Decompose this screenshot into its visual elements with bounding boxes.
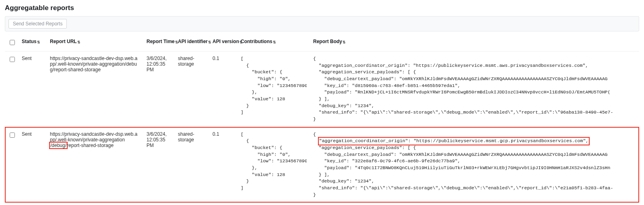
send-selected-button[interactable]: Send Selected Reports (8, 19, 67, 29)
sort-icon: ⇅ (208, 41, 211, 44)
sort-icon: ⇅ (343, 41, 346, 44)
col-api-identifier[interactable]: API identifier⇅ (175, 35, 209, 52)
reports-table: Status⇅ Report URL⇅ Report Time⇅ API ide… (5, 35, 639, 203)
report-body-cell: { "aggregation_coordinator_origin": "htt… (310, 127, 639, 203)
body-highlight: "aggregation_coordinator_origin": "https… (319, 138, 589, 145)
col-api-version[interactable]: API version⇅ (209, 35, 237, 52)
table-header-row: Status⇅ Report URL⇅ Report Time⇅ API ide… (5, 35, 639, 52)
table-row: Senthttps://privacy-sandcastle-dev-dsp.w… (5, 52, 639, 127)
col-checkbox (5, 35, 19, 52)
col-contrib-label: Contributions (241, 39, 272, 44)
col-time-label: Report Time (147, 39, 175, 44)
report-url-cell: https://privacy-sandcastle-dev-dsp.web.a… (47, 127, 143, 203)
sort-icon: ⇅ (175, 41, 178, 44)
api-version-cell: 0.1 (209, 127, 237, 203)
report-time-cell: 3/6/2024, 12:05:35 PM (143, 127, 175, 203)
col-status-label: Status (22, 39, 37, 44)
col-contributions[interactable]: Contributions⇅ (237, 35, 310, 52)
api-identifier-cell: shared-storage (175, 127, 209, 203)
contributions-cell: [ { "bucket": { "high": "0", "low": "123… (237, 127, 310, 203)
toolbar: Send Selected Reports (5, 16, 639, 31)
url-highlight: /debug/ (50, 143, 67, 148)
report-body-cell: { "aggregation_coordinator_origin": "htt… (310, 52, 639, 127)
sort-icon: ⇅ (77, 41, 80, 44)
table-row: Senthttps://privacy-sandcastle-dev-dsp.w… (5, 127, 639, 203)
row-checkbox[interactable] (10, 133, 15, 138)
status-cell: Sent (19, 127, 47, 203)
col-url-label: Report URL (50, 39, 77, 44)
col-report-body[interactable]: Report Body⇅ (310, 35, 639, 52)
col-api-label: API identifier (178, 39, 208, 44)
select-all-checkbox[interactable] (10, 40, 15, 45)
report-time-cell: 3/6/2024, 12:05:35 PM (143, 52, 175, 127)
status-cell: Sent (19, 52, 47, 127)
row-checkbox[interactable] (10, 57, 15, 62)
report-url-cell: https://privacy-sandcastle-dev-dsp.web.a… (47, 52, 143, 127)
page-title: Aggregatable reports (5, 4, 639, 12)
sort-icon: ⇅ (273, 41, 276, 44)
col-body-label: Report Body (313, 39, 342, 44)
sort-icon: ⇅ (37, 41, 40, 44)
col-ver-label: API version (213, 39, 239, 44)
col-report-url[interactable]: Report URL⇅ (47, 35, 143, 52)
api-version-cell: 0.1 (209, 52, 237, 127)
col-status[interactable]: Status⇅ (19, 35, 47, 52)
sort-icon: ⇅ (239, 41, 243, 44)
col-report-time[interactable]: Report Time⇅ (143, 35, 175, 52)
contributions-cell: [ { "bucket": { "high": "0", "low": "123… (237, 52, 310, 127)
api-identifier-cell: shared-storage (175, 52, 209, 127)
